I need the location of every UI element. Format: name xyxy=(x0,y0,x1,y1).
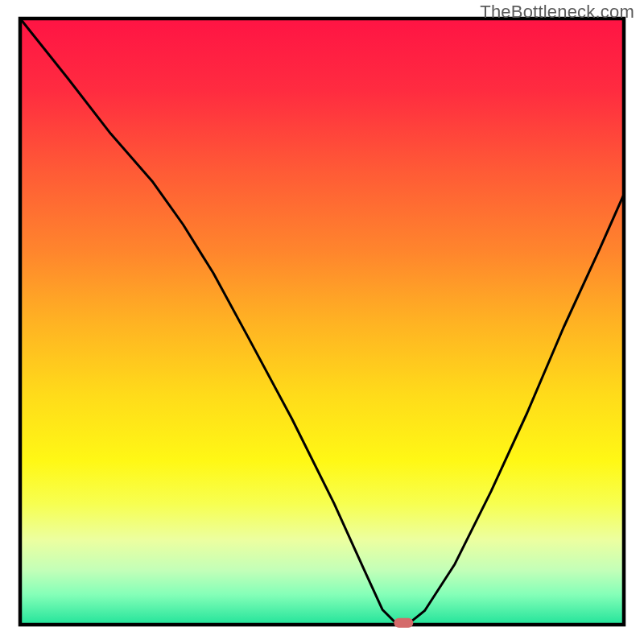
optimum-marker xyxy=(394,618,413,628)
plot-background xyxy=(20,19,624,625)
chart-container: { "watermark": "TheBottleneck.com", "cha… xyxy=(0,0,644,644)
bottleneck-chart xyxy=(0,0,644,644)
watermark-text: TheBottleneck.com xyxy=(480,2,634,23)
